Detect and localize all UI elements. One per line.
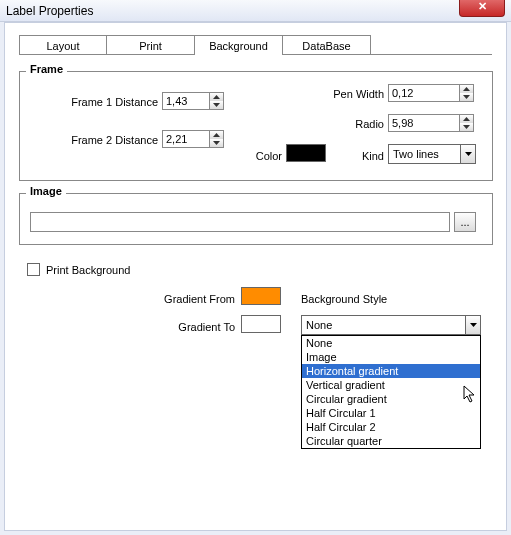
spin-up-icon[interactable] [460, 115, 473, 123]
frame1-distance-label: Frame 1 Distance [20, 96, 158, 108]
dropdown-item-circular-gradient[interactable]: Circular gradient [302, 392, 480, 406]
tab-background[interactable]: Background [195, 35, 283, 55]
image-browse-button[interactable]: ... [454, 212, 476, 232]
titlebar: Label Properties ✕ [0, 0, 511, 22]
frame2-distance-label: Frame 2 Distance [20, 134, 158, 146]
frame1-distance-spinner[interactable] [162, 92, 224, 110]
image-legend: Image [26, 185, 66, 197]
frame1-distance-input[interactable] [162, 92, 210, 110]
print-background-checkbox[interactable]: Print Background [27, 263, 130, 276]
tab-database[interactable]: DataBase [283, 35, 371, 55]
gradient-from-swatch[interactable] [241, 287, 281, 305]
gradient-to-label: Gradient To [125, 321, 235, 333]
dropdown-item-image[interactable]: Image [302, 350, 480, 364]
spin-down-icon[interactable] [210, 139, 223, 147]
tab-layout[interactable]: Layout [19, 35, 107, 55]
image-group: Image ... [19, 193, 493, 245]
print-background-label: Print Background [46, 264, 130, 276]
kind-label: Kind [340, 150, 384, 162]
background-style-value: None [301, 315, 465, 335]
kind-value: Two lines [388, 144, 460, 164]
spin-down-icon[interactable] [210, 101, 223, 109]
kind-combobox[interactable]: Two lines [388, 144, 476, 164]
spin-down-icon[interactable] [460, 123, 473, 131]
spin-up-icon[interactable] [210, 131, 223, 139]
radio-label: Radio [300, 118, 384, 130]
gradient-from-label: Gradient From [125, 293, 235, 305]
frame2-distance-spinner[interactable] [162, 130, 224, 148]
pen-width-label: Pen Width [300, 88, 384, 100]
checkbox-box [27, 263, 40, 276]
dropdown-item-none[interactable]: None [302, 336, 480, 350]
close-button[interactable]: ✕ [459, 0, 505, 17]
frame2-distance-input[interactable] [162, 130, 210, 148]
ellipsis-icon: ... [460, 216, 469, 228]
chevron-down-icon[interactable] [465, 315, 481, 335]
frame-group: Frame Frame 1 Distance Frame 2 Distance … [19, 71, 493, 181]
background-style-label: Background Style [301, 293, 421, 305]
close-icon: ✕ [478, 0, 487, 13]
dropdown-item-circular-quarter[interactable]: Circular quarter [302, 434, 480, 448]
spin-up-icon[interactable] [460, 85, 473, 93]
frame-color-swatch[interactable] [286, 144, 326, 162]
dropdown-item-half-circular-1[interactable]: Half Circular 1 [302, 406, 480, 420]
dropdown-item-vertical-gradient[interactable]: Vertical gradient [302, 378, 480, 392]
background-style-combobox[interactable]: None [301, 315, 481, 335]
frame-legend: Frame [26, 63, 67, 75]
image-path-input[interactable] [30, 212, 450, 232]
dropdown-item-horizontal-gradient[interactable]: Horizontal gradient [302, 364, 480, 378]
background-style-dropdown[interactable]: None Image Horizontal gradient Vertical … [301, 335, 481, 449]
radio-spinner[interactable] [388, 114, 474, 132]
window-title: Label Properties [6, 4, 93, 18]
radio-input[interactable] [388, 114, 460, 132]
pen-width-input[interactable] [388, 84, 460, 102]
pen-width-spinner[interactable] [388, 84, 474, 102]
color-label: Color [240, 150, 282, 162]
tab-print[interactable]: Print [107, 35, 195, 55]
client-area: Layout Print Background DataBase Frame F… [4, 22, 507, 531]
gradient-to-swatch[interactable] [241, 315, 281, 333]
spin-down-icon[interactable] [460, 93, 473, 101]
spin-up-icon[interactable] [210, 93, 223, 101]
chevron-down-icon[interactable] [460, 144, 476, 164]
tabstrip: Layout Print Background DataBase [19, 35, 371, 55]
dropdown-item-half-circular-2[interactable]: Half Circular 2 [302, 420, 480, 434]
